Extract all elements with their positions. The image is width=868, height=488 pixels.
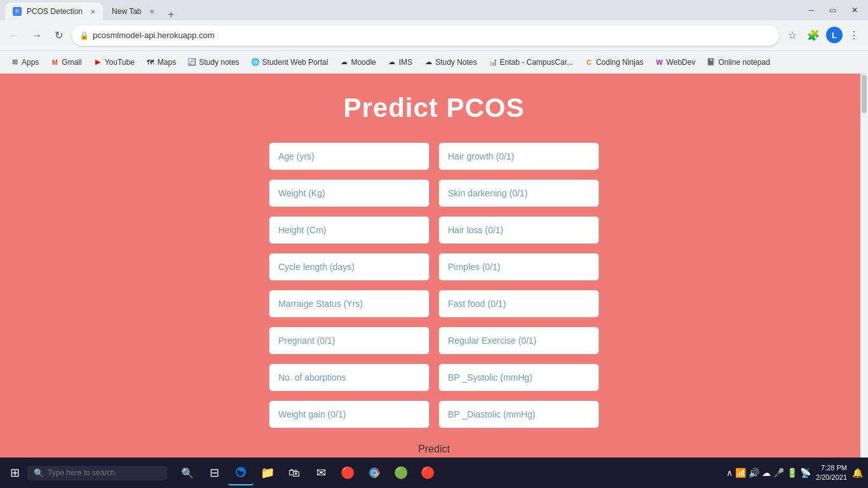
network-icon[interactable]: 📶 — [735, 468, 746, 478]
bookmark-ims[interactable]: ☁ IMS — [383, 55, 417, 69]
minimize-button[interactable]: ─ — [803, 3, 819, 17]
bookmark-online-notepad-label: Online notepad — [718, 58, 770, 67]
apps-icon: ⊞ — [10, 58, 19, 67]
taskbar-file-explorer[interactable]: 📁 — [255, 460, 280, 485]
volume-icon[interactable]: 🔊 — [749, 468, 759, 478]
cycle-length-input[interactable] — [269, 253, 430, 281]
hair-loss-input[interactable] — [438, 216, 599, 244]
age-input[interactable] — [269, 142, 430, 170]
taskbar-app-red1[interactable]: 🔴 — [335, 460, 360, 485]
clock-time: 7:28 PM — [816, 463, 847, 473]
pregnant-input[interactable] — [269, 327, 430, 355]
bookmark-webdev[interactable]: W WebDev — [650, 55, 701, 69]
microphone-icon[interactable]: 🎤 — [773, 468, 784, 478]
taskbar-search-input[interactable] — [48, 468, 156, 477]
clock-date: 2/20/2021 — [816, 473, 847, 482]
bp-systolic-input[interactable] — [438, 363, 599, 391]
weight-gain-input[interactable] — [269, 400, 430, 428]
lock-icon: 🔒 — [79, 31, 89, 40]
bp-diastolic-input[interactable] — [438, 400, 599, 428]
tab-close-newtab[interactable]: ✕ — [149, 8, 154, 15]
tray-expand[interactable]: ∧ — [726, 468, 733, 478]
height-input[interactable] — [269, 216, 430, 244]
taskbar-chrome[interactable] — [362, 460, 387, 485]
bookmark-star-button[interactable]: ☆ — [784, 27, 801, 44]
abortions-input[interactable] — [269, 363, 430, 391]
menu-button[interactable]: ⋮ — [845, 27, 863, 44]
svg-point-2 — [372, 471, 376, 475]
bookmark-apps[interactable]: ⊞ Apps — [5, 55, 44, 69]
tab-pcos[interactable]: P PCOS Detection ✕ — [5, 3, 103, 20]
bookmark-gmail[interactable]: M Gmail — [45, 55, 86, 69]
forward-button[interactable]: → — [28, 27, 46, 44]
youtube-icon: ▶ — [93, 58, 102, 67]
taskbar-search-icon: 🔍 — [34, 468, 44, 478]
battery-icon[interactable]: 🔋 — [787, 468, 797, 478]
close-button[interactable]: ✕ — [846, 3, 863, 17]
form-grid — [269, 142, 599, 428]
start-button[interactable]: ⊞ — [5, 463, 25, 482]
bookmark-entab[interactable]: 📊 Entab - CampusCar... — [484, 55, 578, 69]
tabs-area: P PCOS Detection ✕ New Tab ✕ + — [5, 0, 179, 20]
bookmark-codingninjas-label: Coding Ninjas — [596, 58, 644, 67]
tab-pcos-label: PCOS Detection — [27, 7, 83, 16]
page-content: Predict PCOS Predict — [0, 74, 868, 458]
entab-icon: 📊 — [489, 58, 498, 67]
bookmark-codingninjas[interactable]: C Coding Ninjas — [580, 55, 649, 69]
bookmark-gmail-label: Gmail — [62, 58, 81, 67]
fast-food-input[interactable] — [438, 290, 599, 318]
moodle-icon: ☁ — [339, 58, 348, 67]
taskbar-app-red2[interactable]: 🔴 — [415, 460, 440, 485]
weight-input[interactable] — [269, 179, 430, 207]
bookmark-youtube[interactable]: ▶ YouTube — [88, 55, 140, 69]
back-button[interactable]: ← — [5, 27, 23, 44]
refresh-button[interactable]: ↻ — [51, 27, 67, 44]
regular-exercise-input[interactable] — [438, 327, 599, 355]
notification-button[interactable]: 🔔 — [852, 468, 863, 478]
webdev-icon: W — [655, 58, 664, 67]
tab-close-pcos[interactable]: ✕ — [90, 8, 95, 15]
taskbar-search[interactable]: 🔍 — [27, 466, 167, 480]
taskbar-search-widget[interactable]: 🔍 — [175, 460, 200, 485]
url-input[interactable] — [93, 30, 771, 40]
tab-newtab-label: New Tab — [112, 7, 141, 16]
extensions-button[interactable]: 🧩 — [803, 27, 824, 44]
bookmark-online-notepad[interactable]: 📓 Online notepad — [702, 55, 775, 69]
bookmark-moodle[interactable]: ☁ Moodle — [334, 55, 381, 69]
taskbar-store[interactable]: 🛍 — [281, 460, 307, 485]
predict-button[interactable]: Predict — [400, 438, 468, 458]
taskbar-app-green[interactable]: 🟢 — [388, 460, 414, 485]
toolbar-icons: ☆ 🧩 L ⋮ — [784, 27, 863, 44]
system-clock[interactable]: 7:28 PM 2/20/2021 — [816, 463, 847, 483]
online-notepad-icon: 📓 — [707, 58, 715, 67]
pcos-favicon: P — [13, 7, 22, 16]
bookmark-entab-label: Entab - CampusCar... — [500, 58, 573, 67]
address-bar: ← → ↻ 🔒 ☆ 🧩 L ⋮ — [0, 20, 868, 51]
maximize-button[interactable]: ▭ — [824, 3, 841, 17]
bookmark-studentportal[interactable]: 🌐 Student Web Portal — [246, 55, 334, 69]
bookmark-studynotes-label: Study notes — [199, 58, 239, 67]
profile-button[interactable]: L — [826, 27, 843, 43]
taskbar-edge-icon[interactable] — [228, 460, 254, 485]
bookmark-studynotes[interactable]: 🔄 Study notes — [182, 55, 244, 69]
bookmark-ims-label: IMS — [399, 58, 412, 67]
skin-darkening-input[interactable] — [438, 179, 599, 207]
url-bar[interactable]: 🔒 — [72, 25, 779, 46]
hair-growth-input[interactable] — [438, 142, 599, 170]
bookmark-studynotes2[interactable]: ☁ Study Notes — [419, 55, 482, 69]
bookmark-moodle-label: Moodle — [351, 58, 376, 67]
pimples-input[interactable] — [438, 253, 599, 281]
maps-icon: 🗺 — [146, 58, 155, 67]
studentportal-icon: 🌐 — [251, 58, 260, 67]
taskbar-mail[interactable]: ✉ — [308, 460, 334, 485]
wifi-icon[interactable]: 📡 — [800, 468, 811, 478]
scrollbar[interactable] — [860, 74, 868, 458]
bookmark-maps[interactable]: 🗺 Maps — [141, 55, 181, 69]
codingninjas-icon: C — [585, 58, 593, 67]
taskbar-task-view[interactable]: ⊟ — [201, 460, 227, 485]
onedrive-icon[interactable]: ☁ — [762, 468, 771, 478]
title-bar: P PCOS Detection ✕ New Tab ✕ + ─ ▭ ✕ — [0, 0, 868, 20]
tab-newtab[interactable]: New Tab ✕ — [104, 3, 161, 20]
new-tab-button[interactable]: + — [163, 9, 179, 20]
marriage-status-input[interactable] — [269, 290, 430, 318]
